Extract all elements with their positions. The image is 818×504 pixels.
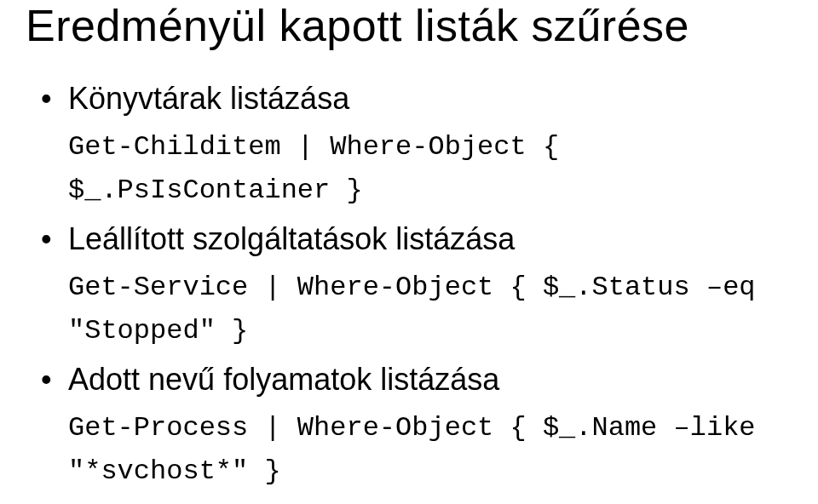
bullet-list: Könyvtárak listázása Get-Childitem | Whe… [41, 78, 792, 493]
code-snippet: Get-Process | Where-Object { $_.Name –li… [41, 406, 792, 493]
bullet-label: Könyvtárak listázása [41, 78, 792, 120]
slide-content: Könyvtárak listázása Get-Childitem | Whe… [26, 78, 792, 493]
code-snippet: Get-Childitem | Where-Object { $_.PsIsCo… [41, 125, 792, 212]
bullet-label: Leállított szolgáltatások listázása [41, 219, 792, 261]
bullet-label: Adott nevű folyamatok listázása [41, 359, 792, 401]
code-snippet: Get-Service | Where-Object { $_.Status –… [41, 266, 792, 352]
slide-title: Eredményül kapott listák szűrése [26, 0, 792, 51]
list-item: Adott nevű folyamatok listázása Get-Proc… [41, 359, 792, 493]
list-item: Leállított szolgáltatások listázása Get-… [41, 219, 792, 352]
list-item: Könyvtárak listázása Get-Childitem | Whe… [41, 78, 792, 212]
